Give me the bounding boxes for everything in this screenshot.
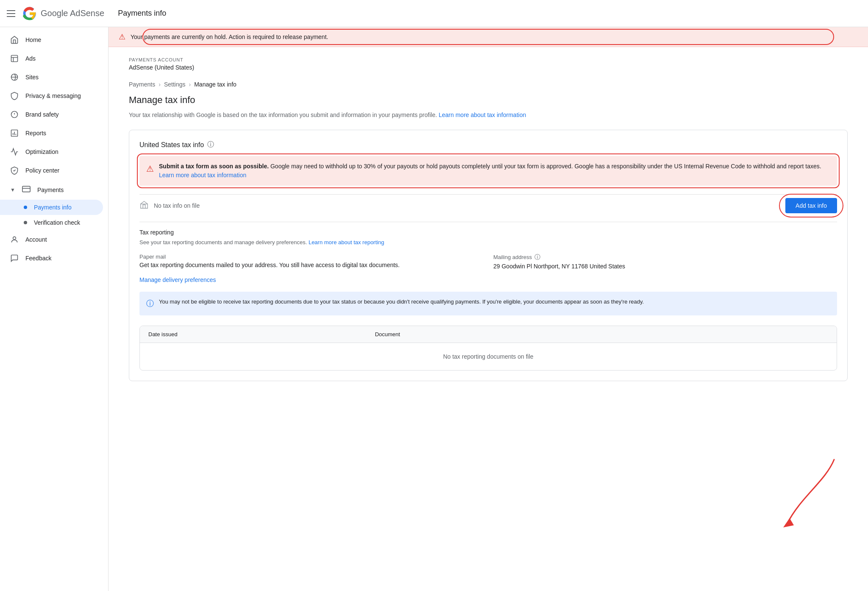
sidebar-item-home[interactable]: Home <box>0 31 103 49</box>
breadcrumb-current: Manage tax info <box>194 81 236 88</box>
sidebar-item-label-sites: Sites <box>25 74 39 81</box>
main-content: ⚠ Your payments are currently on hold. A… <box>108 27 868 401</box>
info-box: ⓘ You may not be eligible to receive tax… <box>139 292 837 315</box>
home-icon <box>10 36 19 44</box>
top-header: Google AdSense Payments info <box>0 0 868 27</box>
col-document: Document <box>375 331 828 337</box>
sidebar-sub-label-payments-info: Payments info <box>34 204 72 211</box>
mailing-address-right: Mailing address ⓘ 29 Goodwin Pl Northpor… <box>493 254 837 270</box>
breadcrumb-sep-2: › <box>189 81 191 88</box>
payments-account-section: PAYMENTS ACCOUNT AdSense (United States) <box>129 57 848 71</box>
breadcrumb: Payments › Settings › Manage tax info <box>129 81 848 88</box>
svg-rect-0 <box>11 56 18 62</box>
account-icon <box>10 235 19 244</box>
sidebar-item-label-home: Home <box>25 36 41 43</box>
sidebar-item-label-optimization: Optimization <box>25 148 58 155</box>
sidebar-item-sites[interactable]: Sites <box>0 68 103 86</box>
paper-mail-desc: Get tax reporting documents mailed to yo… <box>139 262 483 268</box>
tax-table-empty-message: No tax reporting documents on file <box>140 343 837 370</box>
payments-account-value: AdSense (United States) <box>129 64 848 71</box>
warning-text: Submit a tax form as soon as possible. G… <box>159 162 830 180</box>
tax-info-row: No tax info on file Add tax info <box>139 194 837 213</box>
sidebar-item-optimization[interactable]: Optimization <box>0 142 103 161</box>
sidebar: Home Ads Sites Privacy & messaging Brand… <box>0 27 108 591</box>
sidebar-item-feedback[interactable]: Feedback <box>0 249 103 268</box>
mailing-address-value: 29 Goodwin Pl Northport, NY 11768 United… <box>493 263 837 270</box>
feedback-icon <box>10 254 19 262</box>
us-tax-card-title: United States tax info ⓘ <box>139 140 837 149</box>
tax-reporting-learn-link[interactable]: Learn more about tax reporting <box>309 239 384 245</box>
reports-icon <box>10 129 19 137</box>
warning-learn-more-link[interactable]: Learn more about tax information <box>159 172 246 178</box>
breadcrumb-settings[interactable]: Settings <box>164 81 186 88</box>
sidebar-item-label-privacy: Privacy & messaging <box>25 92 81 99</box>
sidebar-item-brand-safety[interactable]: Brand safety <box>0 105 103 124</box>
mailing-info-icon[interactable]: ⓘ <box>534 254 540 261</box>
sidebar-item-label-account: Account <box>25 236 47 243</box>
breadcrumb-payments[interactable]: Payments <box>129 81 155 88</box>
sidebar-sub-item-verification[interactable]: Verification check <box>0 215 103 230</box>
paper-mail-row: Paper mail Get tax reporting documents m… <box>139 254 837 270</box>
inactive-dot <box>24 221 27 224</box>
warning-icon: ⚠ <box>146 162 154 175</box>
page-description: Your tax relationship with Google is bas… <box>129 111 848 120</box>
menu-button[interactable] <box>7 10 15 17</box>
sidebar-item-account[interactable]: Account <box>0 230 103 249</box>
optimization-icon <box>10 148 19 156</box>
google-logo <box>22 6 37 21</box>
alert-icon: ⚠ <box>119 32 125 42</box>
sidebar-item-reports[interactable]: Reports <box>0 124 103 142</box>
us-tax-info-icon[interactable]: ⓘ <box>207 140 214 149</box>
sidebar-sub-label-verification: Verification check <box>34 219 80 226</box>
svg-marker-7 <box>783 518 794 527</box>
sidebar-item-payments[interactable]: ▼ Payments <box>0 180 108 200</box>
svg-point-5 <box>13 237 16 240</box>
tax-table-header: Date issued Document <box>140 326 837 343</box>
info-box-icon: ⓘ <box>146 298 154 309</box>
content-area: PAYMENTS ACCOUNT AdSense (United States)… <box>108 47 868 401</box>
learn-more-tax-link[interactable]: Learn more about tax information <box>439 112 526 118</box>
breadcrumb-sep-1: › <box>159 81 161 88</box>
no-tax-info-label: No tax info on file <box>154 202 780 209</box>
manage-delivery-link[interactable]: Manage delivery preferences <box>139 276 216 283</box>
ads-icon <box>10 54 19 63</box>
sidebar-sub-item-payments-info[interactable]: Payments info <box>0 200 103 215</box>
tax-reporting-desc: See your tax reporting documents and man… <box>139 238 837 247</box>
sidebar-item-label-ads: Ads <box>25 55 36 62</box>
main-wrapper: ⚠ Your payments are currently on hold. A… <box>108 27 868 591</box>
logo-area: Google AdSense <box>22 6 104 21</box>
col-date-issued: Date issued <box>148 331 375 337</box>
tax-documents-table: Date issued Document No tax reporting do… <box>139 326 837 371</box>
sidebar-item-label-feedback: Feedback <box>25 255 51 262</box>
alert-message: Your payments are currently on hold. Act… <box>131 33 328 40</box>
us-tax-card: United States tax info ⓘ ⚠ Submit a tax … <box>129 130 848 381</box>
warning-box: ⚠ Submit a tax form as soon as possible.… <box>139 156 837 186</box>
mailing-address-label: Mailing address ⓘ <box>493 254 837 261</box>
tax-reporting-title: Tax reporting <box>139 229 837 236</box>
paper-mail-label: Paper mail <box>139 254 483 260</box>
paper-mail-left: Paper mail Get tax reporting documents m… <box>139 254 483 270</box>
sidebar-item-policy-center[interactable]: Policy center <box>0 161 103 180</box>
sites-icon <box>10 73 19 81</box>
sidebar-item-label-reports: Reports <box>25 130 46 137</box>
header-page-title: Payments info <box>118 9 166 18</box>
policy-icon <box>10 166 19 175</box>
payments-icon <box>22 185 31 195</box>
sidebar-item-label-policy: Policy center <box>25 167 59 174</box>
tax-reporting-section: Tax reporting See your tax reporting doc… <box>139 222 837 371</box>
sidebar-item-privacy[interactable]: Privacy & messaging <box>0 86 103 105</box>
add-tax-info-button[interactable]: Add tax info <box>785 198 837 213</box>
privacy-icon <box>10 92 19 100</box>
page-title: Manage tax info <box>129 95 848 106</box>
app-body: Home Ads Sites Privacy & messaging Brand… <box>0 27 868 591</box>
svg-rect-4 <box>22 186 30 192</box>
sidebar-item-label-brand-safety: Brand safety <box>25 111 59 118</box>
active-dot <box>24 206 27 209</box>
arrow-annotation <box>775 455 843 540</box>
payments-account-label: PAYMENTS ACCOUNT <box>129 57 848 62</box>
alert-banner: ⚠ Your payments are currently on hold. A… <box>108 27 868 47</box>
adsense-brand-text: Google AdSense <box>41 8 104 18</box>
sidebar-item-ads[interactable]: Ads <box>0 49 103 68</box>
bank-icon <box>139 200 149 212</box>
brand-safety-icon <box>10 110 19 119</box>
